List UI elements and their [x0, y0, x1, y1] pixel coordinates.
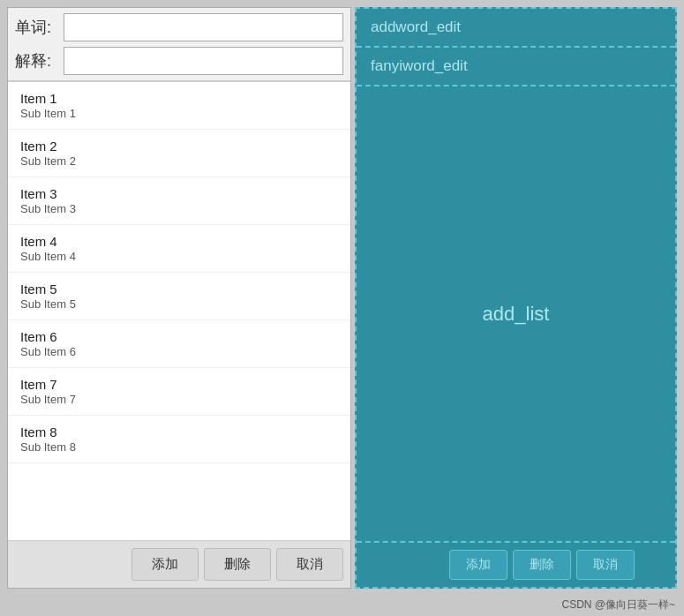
left-panel: 单词: 解释: Item 1Sub Item 1Item 2Sub Item 2…: [7, 7, 351, 589]
right-panel: addword_edit fanyiword_edit add_list 添加 …: [355, 7, 677, 589]
word-label: 单词:: [15, 17, 64, 38]
list-item-sub: Sub Item 7: [20, 393, 338, 406]
list-item-sub: Sub Item 6: [20, 345, 338, 358]
fanyiword-edit-field[interactable]: fanyiword_edit: [357, 48, 675, 86]
list-item-sub: Sub Item 8: [20, 440, 338, 454]
list-item[interactable]: Item 5Sub Item 5: [8, 273, 350, 320]
list-item-title: Item 5: [20, 282, 338, 297]
list-item-title: Item 7: [20, 377, 338, 392]
word-row: 单词:: [15, 13, 343, 41]
left-add-button[interactable]: 添加: [132, 548, 199, 581]
list-item-title: Item 6: [20, 329, 338, 344]
left-buttons: 添加 删除 取消: [8, 540, 350, 588]
right-cancel-button[interactable]: 取消: [576, 550, 635, 580]
list-item[interactable]: Item 8Sub Item 8: [8, 416, 350, 463]
left-list: Item 1Sub Item 1Item 2Sub Item 2Item 3Su…: [8, 81, 350, 540]
list-item-title: Item 8: [20, 424, 338, 439]
list-item-title: Item 4: [20, 234, 338, 249]
right-delete-button[interactable]: 删除: [513, 550, 571, 580]
add-list-label: add_list: [483, 303, 550, 326]
list-item[interactable]: Item 4Sub Item 4: [8, 225, 350, 273]
list-item-sub: Sub Item 5: [20, 297, 338, 311]
right-add-button[interactable]: 添加: [449, 550, 507, 580]
list-item-sub: Sub Item 2: [20, 154, 338, 168]
interpret-row: 解释:: [15, 47, 343, 75]
left-delete-button[interactable]: 删除: [204, 548, 271, 581]
list-item[interactable]: Item 2Sub Item 2: [8, 130, 350, 177]
list-item[interactable]: Item 7Sub Item 7: [8, 368, 350, 416]
addword-edit-field[interactable]: addword_edit: [357, 9, 675, 48]
list-item-sub: Sub Item 1: [20, 107, 338, 120]
list-item-title: Item 3: [20, 186, 338, 201]
main-container: 单词: 解释: Item 1Sub Item 1Item 2Sub Item 2…: [0, 0, 684, 596]
list-item[interactable]: Item 3Sub Item 3: [8, 177, 350, 225]
list-item-title: Item 1: [20, 91, 338, 106]
interpret-input[interactable]: [64, 47, 343, 75]
list-item[interactable]: Item 1Sub Item 1: [8, 82, 350, 130]
footer: CSDN @像向日葵一样~: [0, 596, 684, 616]
right-buttons: 添加 删除 取消: [357, 543, 675, 587]
list-item[interactable]: Item 6Sub Item 6: [8, 320, 350, 368]
list-item-sub: Sub Item 4: [20, 250, 338, 263]
left-input-area: 单词: 解释:: [8, 8, 350, 81]
left-cancel-button[interactable]: 取消: [276, 548, 343, 581]
interpret-label: 解释:: [15, 50, 64, 71]
footer-text: CSDN @像向日葵一样~: [561, 598, 675, 611]
list-item-sub: Sub Item 3: [20, 202, 338, 215]
add-list-area: add_list: [357, 86, 675, 543]
list-item-title: Item 2: [20, 139, 338, 154]
word-input[interactable]: [64, 13, 343, 41]
